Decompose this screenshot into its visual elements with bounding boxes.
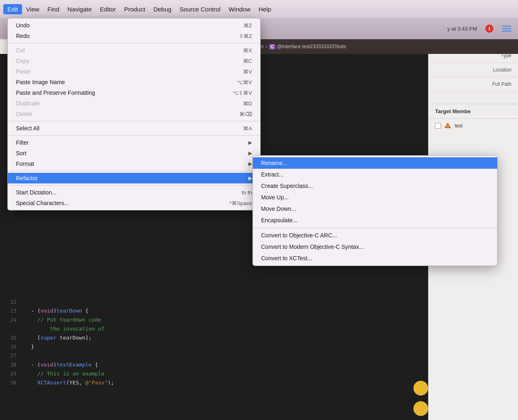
c-badge: C xyxy=(269,44,275,49)
menu-edit[interactable]: Edit xyxy=(3,4,22,14)
breadcrumb-separator: › xyxy=(265,43,267,50)
menu-item-select-all[interactable]: Select All ⌘A xyxy=(8,123,260,134)
menu-item-cut[interactable]: Cut ⌘X xyxy=(8,45,260,56)
separator-1 xyxy=(8,43,260,43)
refactor-submenu: Rename... Extract... Create Superclass..… xyxy=(252,155,498,266)
menu-navigate[interactable]: Navigate xyxy=(63,4,96,14)
right-panel-location-row: Location xyxy=(429,63,518,77)
code-line-29: 29 // This is an example xyxy=(0,369,428,378)
target-checkbox[interactable] xyxy=(435,123,441,129)
menu-item-paste-preserve[interactable]: Paste and Preserve Formatting ⌥⇧⌘V xyxy=(8,87,260,98)
breadcrumb-class[interactable]: @interface test233333333Tests xyxy=(277,44,346,49)
code-line-24b: the invocation of xyxy=(0,324,428,333)
submenu-separator-1 xyxy=(253,228,497,228)
menu-item-format[interactable]: Format ▶ xyxy=(8,159,260,169)
menu-item-undo[interactable]: Undo ⌘Z xyxy=(8,20,260,31)
right-panel-fullpath-row: Full Path xyxy=(429,77,518,92)
yellow-circle-2 xyxy=(413,401,428,416)
menu-product[interactable]: Product xyxy=(120,4,150,14)
separator-4 xyxy=(8,171,260,171)
breadcrumb-bar: ests.m › C @interface test233333333Tests xyxy=(245,39,518,54)
code-line-22: 22 xyxy=(0,297,428,306)
code-line-26: 26 } xyxy=(0,342,428,351)
menu-window[interactable]: Window xyxy=(225,4,255,14)
menu-item-filter[interactable]: Filter ▶ xyxy=(8,137,260,148)
edit-dropdown-menu: Undo ⌘Z Redo ⇧⌘Z Cut ⌘X Copy ⌘C Paste ⌘V… xyxy=(7,18,261,210)
error-count: 1 xyxy=(485,25,493,33)
menu-view[interactable]: View xyxy=(22,4,43,14)
separator-5 xyxy=(8,185,260,185)
submenu-item-convert-modern[interactable]: Convert to Modern Objective-C Syntax... xyxy=(253,241,497,252)
code-line-30: 30 XCTAssert(YES, @"Pass"); xyxy=(0,378,428,387)
menu-source-control[interactable]: Source Control xyxy=(176,4,225,14)
yellow-circle-1 xyxy=(413,381,428,395)
menu-bar: Edit View Find Navigate Editor Product D… xyxy=(0,0,518,18)
menu-find[interactable]: Find xyxy=(43,4,63,14)
target-app-icon xyxy=(444,122,451,130)
separator-3 xyxy=(8,135,260,136)
toolbar-error-badge: 1 xyxy=(485,25,493,33)
menu-help[interactable]: Help xyxy=(255,4,275,14)
menu-item-duplicate[interactable]: Duplicate ⌘D xyxy=(8,98,260,109)
menu-item-copy[interactable]: Copy ⌘C xyxy=(8,56,260,66)
code-line-25: 25 [super tearDown]; xyxy=(0,333,428,342)
separator-2 xyxy=(8,121,260,121)
code-line-24: 24 // Put teardown code xyxy=(0,315,428,324)
submenu-item-move-up[interactable]: Move Up... xyxy=(253,192,497,203)
menu-editor[interactable]: Editor xyxy=(96,4,120,14)
target-name: test xyxy=(455,123,462,129)
target-members-header: Target Membe xyxy=(429,104,518,119)
submenu-item-extract[interactable]: Extract... xyxy=(253,169,497,180)
menu-item-special-chars[interactable]: Special Characters... ^⌘Space xyxy=(8,198,260,208)
submenu-item-encapsulate[interactable]: Encapsulate... xyxy=(253,214,497,226)
menu-item-delete[interactable]: Delete ⌘⌫ xyxy=(8,109,260,119)
submenu-item-convert-arc[interactable]: Convert to Objective-C ARC... xyxy=(253,230,497,241)
submenu-item-convert-xctest[interactable]: Convert to XCTest... xyxy=(253,252,497,264)
submenu-item-move-down[interactable]: Move Down... xyxy=(253,203,497,214)
menu-item-paste-image[interactable]: Paste Image Name ⌥⌘V xyxy=(8,77,260,87)
menu-item-refactor[interactable]: Refactor ▶ xyxy=(8,173,260,183)
menu-item-redo[interactable]: Redo ⇧⌘Z xyxy=(8,31,260,41)
code-line-28: 28 ◇ - (void)testExample { xyxy=(0,360,428,369)
submenu-item-rename[interactable]: Rename... xyxy=(253,157,497,169)
menu-item-sort[interactable]: Sort ▶ xyxy=(8,148,260,159)
toolbar-timestamp: y at 3:43 PM xyxy=(447,26,477,32)
toolbar-lines-button[interactable] xyxy=(500,22,513,35)
submenu-item-create-superclass[interactable]: Create Superclass... xyxy=(253,180,497,192)
menu-item-dictation[interactable]: Start Dictation... fn fn xyxy=(8,187,260,198)
target-members-row: test xyxy=(429,119,518,133)
menu-debug[interactable]: Debug xyxy=(149,4,175,14)
menu-item-paste[interactable]: Paste ⌘V xyxy=(8,66,260,77)
code-line-27: 27 xyxy=(0,351,428,360)
code-line-23: 23 - (void)tearDown { xyxy=(0,306,428,315)
